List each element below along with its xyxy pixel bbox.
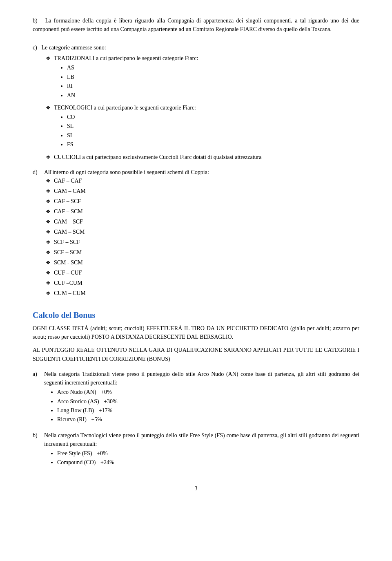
list-item: SL	[67, 122, 359, 131]
tradizionali-label: TRADIZIONALI a cui partecipano le seguen…	[54, 55, 198, 61]
page-number: 3	[33, 485, 359, 492]
diamond-tecnologici: ❖ TECNOLOGICI a cui partecipano le segue…	[46, 103, 359, 151]
cam-scf-item: ❖ CAM – SCF	[46, 217, 359, 226]
section-d-label: d)	[33, 168, 44, 177]
list-item: SI	[67, 131, 359, 140]
list-item: AS	[67, 63, 359, 72]
diamond-icon-12: ❖	[46, 259, 51, 267]
diamond-icon-7: ❖	[46, 208, 51, 216]
section-b: b) La formazione della coppia è libera r…	[33, 16, 359, 34]
item-b-text: Nella categoria Tecnologici viene preso …	[44, 432, 359, 447]
list-item: Arco Nudo (AN) +0%	[57, 388, 359, 397]
list-item: Compound (CO) +24%	[57, 458, 359, 467]
diamond-icon-6: ❖	[46, 197, 51, 206]
section-b-label: b)	[33, 18, 42, 24]
caf-scm-item: ❖ CAF – SCM	[46, 207, 359, 216]
item-a-list: Arco Nudo (AN) +0% Arco Storico (AS) +30…	[44, 388, 359, 425]
diamond-icon-14: ❖	[46, 279, 51, 287]
section-d-header: d) All'interno di ogni categoria sono po…	[33, 168, 359, 177]
tecnologici-content: TECNOLOGICI a cui partecipano le seguent…	[54, 103, 359, 151]
diamond-icon-4: ❖	[46, 177, 51, 185]
section-b-content: La formazione della coppia è libera rigu…	[33, 18, 359, 32]
list-item: Free Style (FS) +0%	[57, 449, 359, 458]
bonus-item-a: a) Nella categoria Tradizionali viene pr…	[33, 370, 359, 426]
bonus-title: Calcolo del Bonus	[33, 311, 359, 320]
cat-cuccioli: ❖ CUCCIOLI a cui partecipano esclusivame…	[33, 153, 359, 161]
bonus-item-b: b) Nella categoria Tecnologici viene pre…	[33, 431, 359, 469]
section-c: c) Le categorie ammesse sono: ❖ TRADIZIO…	[33, 43, 359, 161]
diamond-icon-1: ❖	[46, 54, 51, 63]
item-b-label: b)	[33, 431, 44, 440]
pair-item: SCM - SCM	[54, 258, 83, 267]
section-d: d) All'interno di ogni categoria sono po…	[33, 168, 359, 297]
style-name: Ricurvo (RI)	[57, 416, 87, 422]
style-value: +0%	[97, 449, 129, 458]
diamond-icon-2: ❖	[46, 104, 51, 112]
pair-item: SCF – SCM	[54, 248, 82, 257]
cum-cum-item: ❖ CUM – CUM	[46, 289, 359, 297]
pair-item: CAF – SCF	[54, 197, 81, 206]
cat-tradizionali: ❖ TRADIZIONALI a cui partecipano le segu…	[33, 54, 359, 102]
cuf-cuf-item: ❖ CUF – CUF	[46, 268, 359, 277]
style-value: +0%	[101, 388, 134, 397]
diamond-icon-9: ❖	[46, 228, 51, 236]
scf-scf-item: ❖ SCF – SCF	[46, 238, 359, 246]
section-c-title: c) Le categorie ammesse sono:	[33, 43, 359, 52]
item-a-text: Nella categoria Tradizionali viene preso…	[44, 371, 359, 386]
pair-item: CUF –CUM	[54, 279, 82, 287]
tecnologici-list: CO SL SI FS	[54, 113, 359, 150]
section-c-intro: Le categorie ammesse sono:	[41, 45, 106, 51]
section-d-intro: All'interno di ogni categoria sono possi…	[44, 168, 209, 177]
style-value: +30%	[104, 397, 136, 406]
cuf-cum-item: ❖ CUF –CUM	[46, 279, 359, 287]
diamond-icon-15: ❖	[46, 289, 51, 297]
pair-item: CAM – CAM	[54, 187, 86, 195]
diamond-cuccioli: ❖ CUCCIOLI a cui partecipano esclusivame…	[46, 153, 359, 161]
tecnologici-label: TECNOLOGICI a cui partecipano le seguent…	[54, 105, 196, 111]
pair-item: CAF – SCM	[54, 207, 83, 216]
list-item: Long Bow (LB) +17%	[57, 406, 359, 415]
style-name: Arco Storico (AS)	[57, 398, 99, 405]
diamond-icon-8: ❖	[46, 218, 51, 226]
page-container: b) La formazione della coppia è libera r…	[0, 0, 392, 516]
pair-item: CUM – CUM	[54, 289, 86, 297]
section-c-label: c)	[33, 45, 40, 51]
section-b-text: b) La formazione della coppia è libera r…	[33, 16, 359, 34]
cam-scm-item: ❖ CAM – SCM	[46, 228, 359, 236]
tradizionali-list: AS LB RI AN	[54, 63, 359, 100]
bonus-section: Calcolo del Bonus OGNI CLASSE D'ETÀ (adu…	[33, 311, 359, 469]
style-name: Free Style (FS)	[57, 450, 92, 456]
cam-cam-item: ❖ CAM – CAM	[46, 187, 359, 195]
diamond-icon-13: ❖	[46, 269, 51, 277]
item-b-list: Free Style (FS) +0% Compound (CO) +24%	[44, 449, 359, 467]
style-value: +17%	[99, 406, 131, 415]
scm-scm-item: ❖ SCM - SCM	[46, 258, 359, 267]
pair-item: CAM – SCM	[54, 228, 85, 236]
diamond-icon-11: ❖	[46, 248, 51, 257]
list-item: RI	[67, 82, 359, 91]
tradizionali-content: TRADIZIONALI a cui partecipano le seguen…	[54, 54, 359, 102]
diamond-icon-3: ❖	[46, 153, 51, 161]
style-value: +24%	[100, 458, 133, 467]
item-a-content: Nella categoria Tradizionali viene preso…	[44, 370, 359, 426]
caf-scf-item: ❖ CAF – SCF	[46, 197, 359, 206]
style-name: Compound (CO)	[57, 459, 96, 465]
item-a-label: a)	[33, 370, 44, 378]
list-item: CO	[67, 113, 359, 122]
style-name: Long Bow (LB)	[57, 407, 94, 413]
list-item: AN	[67, 91, 359, 100]
caf-caf-item: ❖ CAF – CAF	[46, 177, 359, 185]
item-b-content: Nella categoria Tecnologici viene preso …	[44, 431, 359, 469]
section-d-items: ❖ CAF – CAF ❖ CAM – CAM ❖ CAF – SCF ❖ CA…	[46, 177, 359, 297]
style-value: +5%	[91, 415, 124, 424]
list-item: LB	[67, 73, 359, 82]
pair-item: CUF – CUF	[54, 268, 82, 277]
cuccioli-label: CUCCIOLI a cui partecipano esclusivament…	[54, 154, 262, 160]
cuccioli-content: CUCCIOLI a cui partecipano esclusivament…	[54, 153, 359, 161]
bonus-paragraph-2: AL PUNTEGGIO REALE OTTENUTO NELLA GARA D…	[33, 346, 359, 363]
scf-scm-item: ❖ SCF – SCM	[46, 248, 359, 257]
list-item: FS	[67, 140, 359, 149]
bonus-paragraph-1: OGNI CLASSE D'ETÀ (adulti; scout; cuccio…	[33, 324, 359, 342]
pair-item: SCF – SCF	[54, 238, 80, 246]
pair-item: CAF – CAF	[54, 177, 82, 185]
